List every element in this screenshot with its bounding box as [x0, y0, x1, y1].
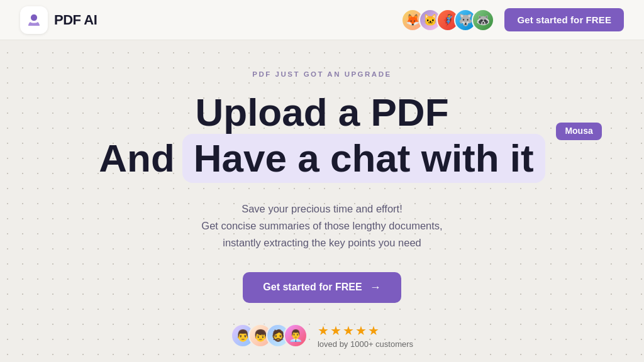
hero-title-line1: Upload a PDF — [99, 90, 545, 134]
logo-area: PDF AI — [20, 6, 97, 34]
hero-title-line2: And Have a chat with it Mousa — [99, 134, 545, 182]
hero-title-line2-highlight: Have a chat with it — [194, 136, 534, 180]
review-avatar-group: 👨 👦 🧔 👨‍💼 — [231, 324, 308, 348]
hero-desc-line2: Get concise summaries of those lengthy d… — [201, 220, 442, 231]
header-cta-button[interactable]: Get started for FREE — [504, 8, 624, 31]
hero-title: Upload a PDF And Have a chat with it Mou… — [99, 90, 545, 183]
social-proof: 👨 👦 🧔 👨‍💼 ★ ★ ★ ★ ★ loved by 1000+ custo… — [231, 323, 413, 349]
hero-desc-line1: Save your precious time and effort! — [242, 203, 402, 214]
hero-description: Save your precious time and effort! Get … — [201, 200, 442, 252]
avatar: 🦝 — [472, 9, 494, 31]
star-1: ★ — [318, 323, 329, 338]
star-5: ★ — [368, 323, 379, 338]
arrow-right-icon: → — [370, 281, 381, 294]
stars-area: ★ ★ ★ ★ ★ loved by 1000+ customers — [318, 323, 413, 349]
star-4: ★ — [355, 323, 367, 338]
star-rating: ★ ★ ★ ★ ★ — [318, 323, 379, 338]
main-content: PDF JUST GOT AN UPGRADE Upload a PDF And… — [0, 40, 644, 349]
tagline: PDF JUST GOT AN UPGRADE — [252, 70, 391, 78]
header-avatar-group: 🦊 🐱 🦸 🐺 🦝 — [401, 9, 494, 31]
logo-icon — [20, 6, 48, 34]
main-cta-button-label: Get started for FREE — [263, 282, 362, 293]
loved-text: loved by 1000+ customers — [318, 339, 413, 349]
review-avatar: 👨‍💼 — [284, 324, 308, 348]
main-cta-button[interactable]: Get started for FREE → — [243, 272, 401, 303]
hero-highlight-box: Have a chat with it Mousa — [182, 134, 545, 182]
header: PDF AI 🦊 🐱 🦸 🐺 🦝 Get started for FREE — [0, 0, 644, 40]
mousa-tag: Mousa — [556, 123, 601, 140]
hero-desc-line3: instantly extracting the key points you … — [223, 237, 421, 248]
logo-text: PDF AI — [54, 12, 97, 28]
header-right: 🦊 🐱 🦸 🐺 🦝 Get started for FREE — [401, 8, 624, 31]
star-2: ★ — [330, 323, 341, 338]
star-3: ★ — [343, 323, 354, 338]
hero-title-line2-pre: And — [99, 136, 175, 180]
